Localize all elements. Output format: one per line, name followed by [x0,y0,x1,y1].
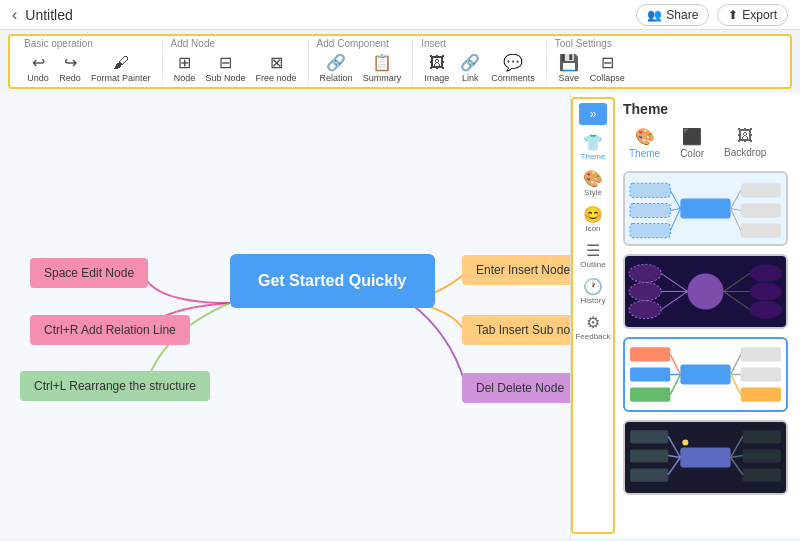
summary-icon: 📋 [372,53,392,72]
toolbar-add-node-items: ⊞ Node ⊟ Sub Node ⊠ Free node [171,51,300,85]
svg-rect-45 [743,469,781,482]
svg-rect-30 [741,347,781,361]
redo-button[interactable]: ↪ Redo [56,51,84,85]
save-icon: 💾 [559,53,579,72]
export-button[interactable]: ⬆ Export [717,4,788,26]
toolbar-tool-settings-label: Tool Settings [555,38,612,49]
comments-button[interactable]: 💬 Comments [488,51,538,85]
style-side-icon: 🎨 [583,169,603,188]
toolbar-add-node-label: Add Node [171,38,215,49]
svg-line-20 [661,273,687,291]
left-node-3[interactable]: Ctrl+L Rearrange the structure [20,371,210,401]
back-button[interactable]: ‹ [12,6,17,24]
save-button[interactable]: 💾 Save [555,51,583,85]
left-node-1[interactable]: Space Edit Node [30,258,148,288]
theme-thumb-2[interactable] [623,254,788,329]
right-panel: » 👕 Theme 🎨 Style 😊 Icon ☰ Outline 🕐 His… [570,93,800,538]
svg-point-19 [750,301,782,319]
svg-line-46 [668,436,680,457]
share-icon: 👥 [647,8,662,22]
theme-thumb-1[interactable] [623,171,788,246]
relation-icon: 🔗 [326,53,346,72]
svg-rect-0 [680,198,730,218]
backdrop-tab-icon: 🖼 [737,127,753,145]
summary-button[interactable]: 📋 Summary [360,51,405,85]
tab-theme[interactable]: 🎨 Theme [623,125,666,161]
image-icon: 🖼 [429,54,445,72]
theme-tabs: 🎨 Theme ⬛ Color 🖼 Backdrop [623,125,792,161]
export-icon: ⬆ [728,8,738,22]
node-button[interactable]: ⊞ Node [171,51,199,85]
tab-backdrop[interactable]: 🖼 Backdrop [718,125,772,161]
left-node-2[interactable]: Ctrl+R Add Relation Line [30,315,190,345]
svg-line-23 [724,273,750,291]
right-node-1[interactable]: Enter Insert Node [462,255,570,285]
document-title: Untitled [25,7,72,23]
right-node-3[interactable]: Del Delete Node [462,373,570,403]
link-icon: 🔗 [460,53,480,72]
toolbar-group-add-component: Add Component 🔗 Relation 📋 Summary [309,38,414,85]
toolbar-group-basic-label: Basic operation [24,38,93,49]
theme-panel-title: Theme [623,101,792,117]
feedback-side-button[interactable]: ⚙ Feedback [573,309,613,345]
toolbar-insert-items: 🖼 Image 🔗 Link 💬 Comments [421,51,538,85]
outline-side-icon: ☰ [586,241,600,260]
svg-line-25 [724,292,750,310]
canvas[interactable]: Get Started Quickly Space Edit Node Ctrl… [0,93,570,538]
svg-line-22 [661,292,687,310]
link-button[interactable]: 🔗 Link [456,51,484,85]
outline-side-button[interactable]: ☰ Outline [573,237,613,273]
theme-thumb-3[interactable] [623,337,788,412]
expand-panel-button[interactable]: » [579,103,607,125]
main-area: Get Started Quickly Space Edit Node Ctrl… [0,93,800,538]
relation-button[interactable]: 🔗 Relation [317,51,356,85]
style-side-button[interactable]: 🎨 Style [573,165,613,201]
theme-tab-icon: 🎨 [635,127,655,146]
header-right: 👥 Share ⬆ Export [636,4,788,26]
center-node[interactable]: Get Started Quickly [230,254,435,308]
feedback-side-icon: ⚙ [586,313,600,332]
comments-icon: 💬 [503,53,523,72]
side-icons-panel: » 👕 Theme 🎨 Style 😊 Icon ☰ Outline 🕐 His… [571,97,615,534]
svg-line-51 [731,458,743,475]
svg-point-14 [629,264,661,282]
icon-side-button[interactable]: 😊 Icon [573,201,613,237]
toolbar-basic-items: ↩ Undo ↪ Redo 🖌 Format Painter [24,51,154,85]
undo-button[interactable]: ↩ Undo [24,51,52,85]
svg-rect-5 [741,203,781,217]
svg-rect-41 [630,449,668,462]
sub-node-button[interactable]: ⊟ Sub Node [203,51,249,85]
free-node-button[interactable]: ⊠ Free node [253,51,300,85]
svg-rect-27 [630,347,670,361]
svg-rect-42 [630,469,668,482]
svg-line-48 [668,458,680,475]
svg-rect-40 [630,430,668,443]
svg-line-10 [731,190,741,208]
svg-rect-2 [630,203,670,217]
theme-side-icon: 👕 [583,133,603,152]
history-side-button[interactable]: 🕐 History [573,273,613,309]
share-button[interactable]: 👥 Share [636,4,709,26]
color-tab-icon: ⬛ [682,127,702,146]
svg-line-49 [731,436,743,457]
tab-color[interactable]: ⬛ Color [674,125,710,161]
redo-icon: ↪ [64,53,77,72]
free-node-icon: ⊠ [270,53,283,72]
format-painter-button[interactable]: 🖌 Format Painter [88,52,154,85]
theme-side-button[interactable]: 👕 Theme [573,129,613,165]
svg-line-9 [670,209,680,231]
svg-rect-44 [743,449,781,462]
toolbar-add-component-label: Add Component [317,38,389,49]
collapse-icon: ⊟ [601,53,614,72]
right-node-2[interactable]: Tab Insert Sub node [462,315,570,345]
svg-rect-39 [680,447,730,467]
image-button[interactable]: 🖼 Image [421,52,452,85]
theme-thumb-4[interactable] [623,420,788,495]
svg-rect-32 [741,388,781,402]
svg-rect-28 [630,367,670,381]
toolbar-group-add-node: Add Node ⊞ Node ⊟ Sub Node ⊠ Free node [163,38,309,85]
collapse-button[interactable]: ⊟ Collapse [587,51,628,85]
svg-rect-4 [741,183,781,197]
svg-line-35 [670,375,680,395]
svg-line-7 [670,190,680,208]
